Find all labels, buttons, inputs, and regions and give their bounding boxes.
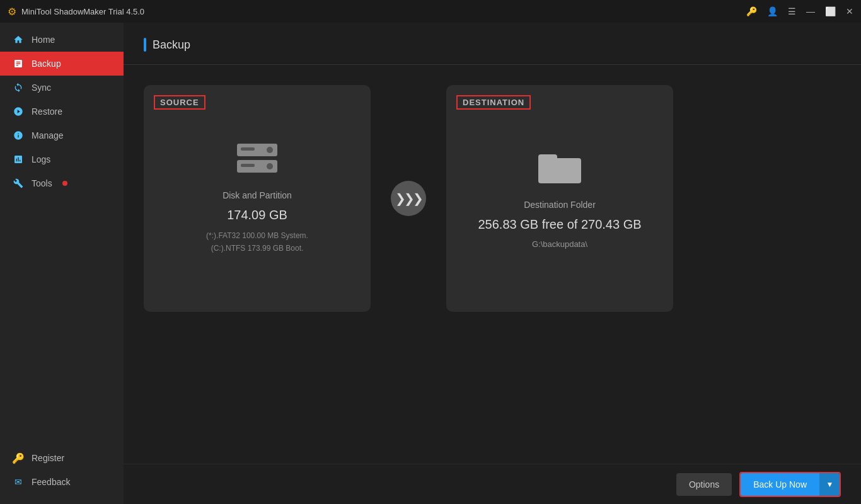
destination-folder-icon-area [537, 148, 582, 187]
arrow-symbol: ❯❯❯ [395, 191, 422, 206]
logs-icon [13, 154, 24, 165]
sidebar-item-home-label: Home [32, 35, 55, 45]
home-icon [13, 34, 24, 45]
titlebar-restore-button[interactable]: ⬜ [825, 6, 836, 16]
svg-point-5 [267, 163, 273, 169]
app-body: Home Backup Sync Restore Manage [0, 23, 861, 504]
titlebar-key-icon[interactable]: 🔑 [746, 6, 757, 16]
tools-icon [13, 178, 24, 189]
sidebar-item-manage-label: Manage [32, 130, 64, 140]
app-logo-icon: ⚙ [8, 6, 16, 18]
sidebar-item-backup[interactable]: Backup [0, 52, 124, 76]
sidebar-item-feedback[interactable]: ✉ Feedback [0, 470, 124, 494]
manage-icon [13, 130, 24, 141]
backup-area: SOURCE Disk and Partit [124, 65, 861, 464]
disk-icon [234, 142, 280, 175]
titlebar: ⚙ MiniTool ShadowMaker Trial 4.5.0 🔑 👤 ☰… [0, 0, 861, 23]
main-content: Backup SOURCE [124, 23, 861, 504]
sidebar-item-register[interactable]: 🔑 Register [0, 446, 124, 470]
sidebar-item-sync[interactable]: Sync [0, 76, 124, 100]
sidebar-item-logs[interactable]: Logs [0, 147, 124, 171]
svg-rect-1 [241, 147, 255, 151]
destination-card-header: DESTINATION [456, 95, 531, 110]
sidebar-item-restore[interactable]: Restore [0, 100, 124, 123]
options-button[interactable]: Options [676, 473, 732, 496]
titlebar-close-button[interactable]: ✕ [846, 6, 853, 16]
page-title-accent [144, 38, 146, 52]
dropdown-chevron-icon: ▼ [826, 480, 834, 489]
titlebar-controls: 🔑 👤 ☰ — ⬜ ✕ [746, 6, 853, 16]
page-title: Backup [153, 38, 190, 52]
register-key-icon: 🔑 [13, 452, 24, 464]
svg-point-2 [267, 147, 273, 153]
titlebar-minimize-button[interactable]: — [806, 6, 815, 16]
sidebar-item-backup-label: Backup [32, 59, 61, 69]
tools-notification-dot [62, 181, 67, 186]
source-detail-text: (*:).FAT32 100.00 MB System. (C:).NTFS 1… [206, 230, 308, 254]
backup-cards-row: SOURCE Disk and Partit [144, 85, 841, 312]
svg-rect-4 [241, 164, 255, 167]
titlebar-user-icon[interactable]: 👤 [767, 6, 778, 16]
source-disk-icon-area [234, 142, 280, 178]
folder-icon [537, 148, 582, 185]
sidebar-item-sync-label: Sync [32, 83, 51, 93]
destination-main-text: Destination Folder [524, 200, 596, 210]
source-card-header: SOURCE [154, 95, 205, 110]
backup-now-dropdown-button[interactable]: ▼ [819, 473, 840, 496]
page-header: Backup [124, 23, 861, 65]
destination-size-text: 256.83 GB free of 270.43 GB [478, 217, 641, 232]
source-card[interactable]: SOURCE Disk and Partit [144, 85, 371, 312]
source-main-text: Disk and Partition [222, 190, 292, 200]
app-title: MiniTool ShadowMaker Trial 4.5.0 [21, 7, 746, 16]
titlebar-menu-icon[interactable]: ☰ [788, 6, 796, 16]
sidebar-item-register-label: Register [32, 453, 64, 463]
backup-now-group: Back Up Now ▼ [739, 472, 841, 497]
source-size-text: 174.09 GB [227, 208, 287, 222]
destination-card[interactable]: DESTINATION Destination Folder 256.83 GB… [446, 85, 673, 312]
sidebar-item-home[interactable]: Home [0, 28, 124, 52]
arrow-button[interactable]: ❯❯❯ [391, 181, 426, 216]
sync-icon [13, 82, 24, 93]
sidebar-item-logs-label: Logs [32, 154, 50, 164]
svg-rect-7 [538, 154, 557, 163]
backup-now-button[interactable]: Back Up Now [741, 473, 819, 496]
backup-icon [13, 58, 24, 69]
bottom-bar: Options Back Up Now ▼ [124, 464, 861, 504]
sidebar: Home Backup Sync Restore Manage [0, 23, 124, 504]
sidebar-item-tools-label: Tools [32, 178, 52, 188]
sidebar-item-tools[interactable]: Tools [0, 171, 124, 195]
sidebar-bottom: 🔑 Register ✉ Feedback [0, 446, 124, 504]
feedback-mail-icon: ✉ [13, 476, 24, 488]
sidebar-item-manage[interactable]: Manage [0, 123, 124, 147]
destination-path-text: G:\backupdata\ [532, 239, 587, 249]
restore-icon [13, 106, 24, 117]
sidebar-item-feedback-label: Feedback [32, 477, 70, 487]
sidebar-item-restore-label: Restore [32, 106, 62, 117]
